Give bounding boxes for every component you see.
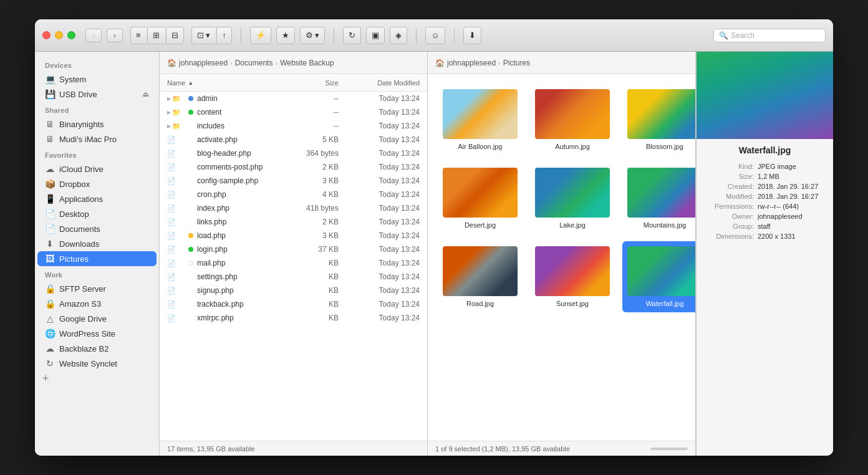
info-key: Group: xyxy=(704,223,754,230)
list-item[interactable]: Lake.jpg xyxy=(530,163,615,234)
documents-icon: 📄 xyxy=(45,224,55,234)
file-size: -- xyxy=(289,122,339,130)
arrange-button[interactable]: ⊡ ▾ xyxy=(191,27,216,44)
file-pane: 🏠 johnappleseed › Documents › Website Ba… xyxy=(160,52,428,456)
sidebar-item-gdrive[interactable]: △ Google Drive xyxy=(37,311,157,326)
table-row[interactable]: 📄 cron.php 4 KB Today 13:24 xyxy=(160,188,427,201)
table-row[interactable]: 📄 blog-header.php 364 bytes Today 13:24 xyxy=(160,146,427,160)
list-item[interactable]: Blossom.jpg xyxy=(622,84,695,155)
back-button[interactable]: ‹ xyxy=(85,29,102,42)
sidebar-item-wordpress[interactable]: 🌐 WordPress Site xyxy=(37,326,157,341)
status-dot xyxy=(188,247,193,252)
sidebar-item-mudis-imac[interactable]: 🖥 Mudi's iMac Pro xyxy=(37,132,157,146)
table-row[interactable]: 📄 activate.php 5 KB Today 13:24 xyxy=(160,133,427,146)
sidebar-item-system[interactable]: 💻 System xyxy=(37,72,157,87)
sidebar-item-desktop[interactable]: 📄 Desktop xyxy=(37,206,157,221)
icon-selection-label: 1 of 9 selected (1,2 MB), 13,95 GB avail… xyxy=(435,445,570,453)
list-item[interactable]: Autumn.jpg xyxy=(530,84,615,155)
view-list-button[interactable]: ≡ xyxy=(130,27,146,44)
remote-button[interactable]: ▣ xyxy=(366,27,385,44)
thumbnail xyxy=(443,246,518,296)
table-row[interactable]: ▶ 📁 includes -- Today 13:24 xyxy=(160,119,427,133)
forward-button[interactable]: › xyxy=(107,29,123,42)
search-bar[interactable]: 🔍 Search xyxy=(713,29,826,42)
eject-icon[interactable]: ⏏ xyxy=(142,90,149,98)
file-icon: ▶ 📁 xyxy=(167,108,186,117)
smiley-button[interactable]: ☺ xyxy=(425,27,445,44)
sidebar-item-amazon[interactable]: 🔒 Amazon S3 xyxy=(37,296,157,311)
file-name: trackback.php xyxy=(197,300,289,309)
breadcrumb-pictures-home[interactable]: johnappleseed xyxy=(447,59,496,67)
maximize-button[interactable] xyxy=(67,31,75,39)
table-row[interactable]: 📄 mail.php KB Today 13:24 xyxy=(160,256,427,270)
close-button[interactable] xyxy=(42,31,51,39)
traffic-lights xyxy=(42,31,75,39)
table-row[interactable]: 📄 login.php 37 KB Today 13:24 xyxy=(160,242,427,256)
arrange-group: ⊡ ▾ ↑ xyxy=(191,27,232,44)
col-name[interactable]: Name ▲ xyxy=(167,79,289,87)
table-row[interactable]: 📄 index.php 418 bytes Today 13:24 xyxy=(160,201,427,215)
sidebar-item-backblaze[interactable]: ☁ Backblaze B2 xyxy=(37,341,157,356)
file-icon: 📄 xyxy=(167,136,186,144)
table-row[interactable]: 📄 links.php 2 KB Today 13:24 xyxy=(160,215,427,229)
flash-button[interactable]: ⚡ xyxy=(250,27,271,44)
minimize-button[interactable] xyxy=(55,31,63,39)
thumbnail xyxy=(535,89,610,139)
sidebar-item-documents[interactable]: 📄 Documents xyxy=(37,221,157,236)
sidebar-item-applications[interactable]: 📱 Applications xyxy=(37,191,157,206)
sidebar-item-usb-drive[interactable]: 💾 USB Drive ⏏ xyxy=(37,87,157,102)
table-row[interactable]: 📄 settings.php KB Today 13:24 xyxy=(160,270,427,284)
file-icon: 📄 xyxy=(167,300,186,309)
sidebar-item-dropbox[interactable]: 📦 Dropbox xyxy=(37,176,157,191)
view-cover-button[interactable]: ⊟ xyxy=(166,27,184,44)
view-grid-button[interactable]: ⊞ xyxy=(147,27,165,44)
file-label: Mountains.jpg xyxy=(644,221,687,229)
list-item[interactable]: Desert.jpg xyxy=(438,163,523,234)
breadcrumb-pictures[interactable]: Pictures xyxy=(503,59,530,67)
info-row: Owner: johnappleseed xyxy=(704,211,826,221)
sidebar-item-downloads[interactable]: ⬇ Downloads xyxy=(37,236,157,251)
list-item[interactable]: Waterfall.jpg xyxy=(622,241,695,312)
file-name: links.php xyxy=(197,218,289,226)
info-row: Created: 2018. Jan 29. 16:27 xyxy=(704,181,826,191)
sidebar-item-websync[interactable]: ↻ Website Synclet xyxy=(37,356,157,371)
file-size: 3 KB xyxy=(289,176,339,185)
list-item[interactable]: Sunset.jpg xyxy=(530,241,615,312)
add-sidebar-item-button[interactable]: + xyxy=(35,371,159,386)
sidebar-item-pictures[interactable]: 🖼 Pictures xyxy=(37,251,157,266)
table-row[interactable]: ▶ 📁 admin -- Today 13:24 xyxy=(160,92,427,105)
table-row[interactable]: 📄 xmlrpc.php KB Today 13:24 xyxy=(160,311,427,325)
table-row[interactable]: 📄 comments-post.php 2 KB Today 13:24 xyxy=(160,160,427,174)
col-size[interactable]: Size xyxy=(289,79,339,87)
thumbnail xyxy=(627,168,695,218)
table-row[interactable]: 📄 signup.php KB Today 13:24 xyxy=(160,284,427,297)
table-row[interactable]: 📄 config-sample.php 3 KB Today 13:24 xyxy=(160,174,427,188)
sidebar-item-sftp[interactable]: 🔒 SFTP Server xyxy=(37,281,157,296)
gear-button[interactable]: ⚙ ▾ xyxy=(300,27,326,44)
table-row[interactable]: ▶ 📁 content -- Today 13:24 xyxy=(160,105,427,119)
table-row[interactable]: 📄 load.php 3 KB Today 13:24 xyxy=(160,229,427,242)
breadcrumb-home-icon: 🏠 xyxy=(167,59,176,67)
col-date[interactable]: Date Modified xyxy=(339,79,420,87)
size-slider[interactable] xyxy=(650,448,688,450)
sidebar-item-label: USB Drive xyxy=(59,90,97,99)
main-content: Devices 💻 System 💾 USB Drive ⏏ Shared 🖥 … xyxy=(35,52,833,456)
merge-button[interactable]: ◈ xyxy=(390,27,407,44)
info-key: Modified: xyxy=(704,193,754,200)
list-item[interactable]: Road.jpg xyxy=(438,241,523,312)
breadcrumb-documents[interactable]: Documents xyxy=(235,59,273,67)
sidebar-item-binarynights[interactable]: 🖥 Binarynights xyxy=(37,117,157,132)
file-date: Today 13:24 xyxy=(339,204,420,213)
sync-button[interactable]: ↻ xyxy=(343,27,361,44)
list-item[interactable]: Air Balloon.jpg xyxy=(438,84,523,155)
favorites-button[interactable]: ★ xyxy=(276,27,295,44)
table-row[interactable]: 📄 trackback.php KB Today 13:24 xyxy=(160,297,427,311)
breadcrumb-johnappleseed[interactable]: johnappleseed xyxy=(179,59,228,67)
file-label: Waterfall.jpg xyxy=(646,300,684,307)
breadcrumb-website-backup[interactable]: Website Backup xyxy=(280,59,334,67)
share-button[interactable]: ↑ xyxy=(216,27,232,44)
download-button[interactable]: ⬇ xyxy=(463,27,481,44)
thumbnail xyxy=(535,246,610,296)
sidebar-item-icloud[interactable]: ☁ iCloud Drive xyxy=(37,161,157,176)
list-item[interactable]: Mountains.jpg xyxy=(622,163,695,234)
